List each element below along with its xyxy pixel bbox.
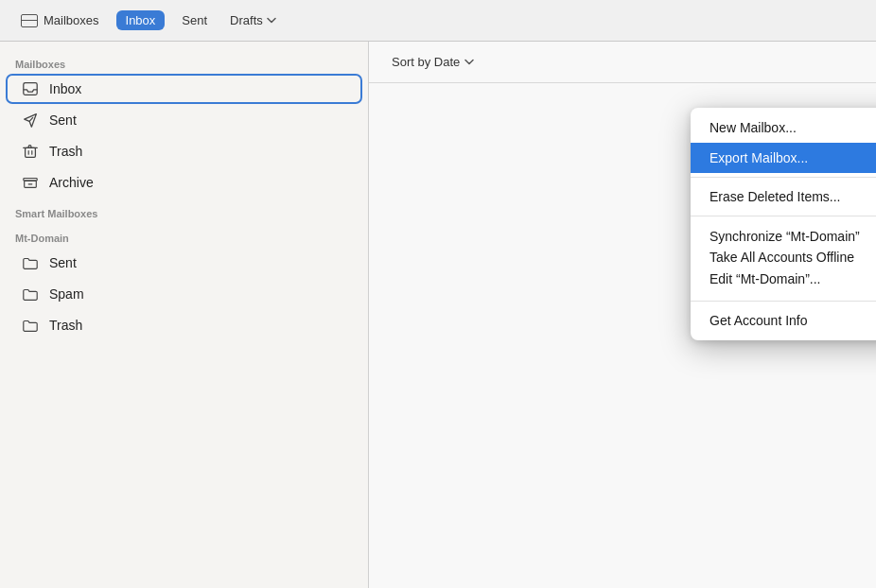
menu-separator-2 [691, 216, 876, 216]
inbox-tab[interactable]: Inbox [116, 10, 166, 30]
sidebar-item-mt-spam[interactable]: Spam [6, 279, 362, 309]
mt-trash-label: Trash [49, 318, 82, 333]
account-info-label: Get Account Info [710, 313, 808, 328]
chevron-down-icon [267, 17, 276, 24]
sent-tab[interactable]: Sent [172, 10, 217, 30]
mailboxes-section-label: Mailboxes [0, 49, 368, 74]
sidebar-item-inbox[interactable]: Inbox [6, 74, 362, 104]
smart-mailboxes-section-label: Smart Mailboxes [0, 199, 368, 223]
sort-button[interactable]: Sort by Date [384, 51, 482, 73]
menu-item-export-mailbox[interactable]: Export Mailbox... [691, 143, 876, 173]
sent-icon [21, 111, 40, 130]
mt-spam-label: Spam [49, 286, 84, 302]
offline-label[interactable]: Take All Accounts Offline [710, 247, 876, 268]
inbox-icon [21, 79, 40, 98]
menu-separator-1 [691, 177, 876, 178]
sidebar-item-archive[interactable]: Archive [6, 167, 362, 198]
sort-label: Sort by Date [392, 55, 460, 69]
drafts-label: Drafts [230, 13, 263, 27]
mailboxes-button[interactable]: Mailboxes [11, 10, 109, 30]
context-menu: New Mailbox... Export Mailbox... Erase D… [691, 108, 876, 340]
inbox-tab-label: Inbox [126, 13, 156, 27]
export-mailbox-label: Export Mailbox... [710, 150, 808, 165]
sent-tab-label: Sent [182, 13, 207, 27]
folder-icon-mt-trash [21, 316, 40, 335]
folder-icon-mt-sent [21, 253, 40, 272]
folder-icon-mt-spam [21, 285, 40, 303]
sent-label: Sent [49, 112, 77, 128]
menu-group-sync: Synchronize “Mt-Domain” Take All Account… [691, 220, 876, 297]
sidebar-item-mt-sent[interactable]: Sent [6, 248, 362, 278]
sidebar-item-mt-trash[interactable]: Trash [6, 310, 362, 340]
archive-label: Archive [49, 175, 94, 190]
mt-domain-section-label: Mt-Domain [0, 223, 368, 248]
sidebar-item-trash[interactable]: Trash [6, 136, 362, 166]
menu-separator-3 [691, 301, 876, 302]
content-toolbar: Sort by Date [369, 42, 876, 83]
svg-rect-0 [24, 83, 37, 95]
erase-deleted-label: Erase Deleted Items... [710, 189, 841, 204]
edit-label[interactable]: Edit “Mt-Domain”... [710, 268, 876, 289]
content-area: Sort by Date New Mailbox... Export Mailb… [369, 42, 876, 588]
sync-label[interactable]: Synchronize “Mt-Domain” [710, 226, 876, 247]
svg-rect-1 [26, 147, 36, 157]
sort-chevron-icon [464, 59, 474, 65]
sidebar-item-sent[interactable]: Sent [6, 105, 362, 135]
inbox-label: Inbox [49, 81, 81, 96]
mailboxes-icon [21, 14, 38, 27]
main-layout: Mailboxes Inbox Sent [0, 42, 876, 588]
menu-item-erase-deleted[interactable]: Erase Deleted Items... [691, 182, 876, 212]
trash-label: Trash [49, 144, 82, 159]
menu-item-account-info[interactable]: Get Account Info [691, 305, 876, 336]
archive-icon [21, 173, 40, 192]
title-bar: Mailboxes Inbox Sent Drafts [0, 0, 876, 42]
mt-sent-label: Sent [49, 255, 77, 270]
drafts-button[interactable]: Drafts [224, 10, 282, 30]
sidebar: Mailboxes Inbox Sent [0, 42, 369, 588]
trash-icon [21, 142, 40, 161]
mailboxes-label: Mailboxes [44, 13, 99, 27]
new-mailbox-label: New Mailbox... [710, 120, 797, 135]
menu-item-new-mailbox[interactable]: New Mailbox... [691, 112, 876, 143]
